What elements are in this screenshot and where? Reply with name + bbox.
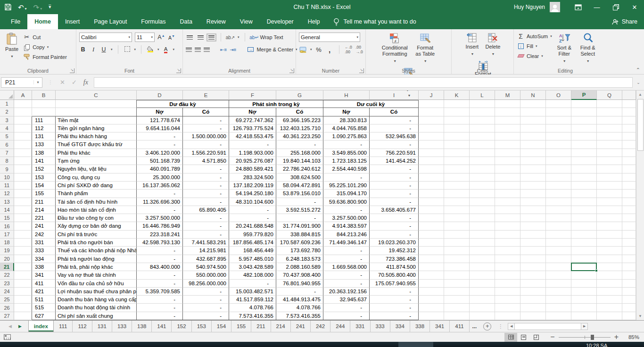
cell[interactable] [470,222,495,230]
cell[interactable] [444,296,470,304]
sheet-tab-112[interactable]: 112 [73,321,92,332]
value-cell[interactable]: 126.793.775.524 [229,124,276,132]
cell[interactable] [495,288,520,296]
sheet-tab-155[interactable]: 155 [231,321,251,332]
cell[interactable] [470,255,495,263]
cell[interactable] [597,280,622,288]
row-header-16[interactable]: 16 [0,222,14,230]
value-cell[interactable]: 41.517.859.112 [229,296,276,304]
cell[interactable] [14,263,32,271]
enter-icon[interactable]: ✓ [72,79,77,86]
italic-button[interactable]: I [90,46,97,53]
account-code-cell[interactable]: 131 [32,132,56,140]
account-code-cell[interactable]: 333 [32,247,56,255]
cell[interactable] [520,271,546,279]
sheet-tab-411[interactable]: 411 [450,321,469,332]
column-header-E[interactable]: E [183,91,229,100]
value-cell[interactable]: 4.078.766 [276,304,323,312]
ribbon-tab-formulas[interactable]: Formulas [134,14,173,29]
cell[interactable] [419,100,444,108]
cell[interactable] [520,304,546,312]
account-code-cell[interactable]: 221 [32,214,56,222]
cell[interactable] [571,100,597,108]
sheet-tab-154[interactable]: 154 [212,321,231,332]
cell[interactable] [571,239,597,247]
cell[interactable] [520,288,546,296]
cell[interactable] [546,198,571,206]
cell[interactable] [622,182,636,190]
cell[interactable] [495,132,520,140]
scroll-down-icon[interactable]: ▼ [636,312,644,320]
selected-cell-P21[interactable] [571,263,597,271]
row-header-7[interactable]: 7 [0,149,14,157]
value-cell[interactable]: 42.598.793.130 [137,239,183,247]
cell[interactable] [470,116,495,124]
cell[interactable] [546,132,571,140]
cell[interactable] [14,214,32,222]
value-cell[interactable]: 6.248.183.573 [276,255,323,263]
value-cell[interactable]: - [183,174,229,182]
row-header-9[interactable]: 9 [0,165,14,173]
sheet-tab-242[interactable]: 242 [311,321,330,332]
row-header-18[interactable]: 18 [0,239,14,247]
row-header-4[interactable]: 4 [0,124,14,132]
cell[interactable] [597,190,622,198]
cell[interactable] [495,222,520,230]
value-cell[interactable]: 40.361.223.250 [276,132,323,140]
value-cell[interactable]: - [137,206,183,214]
wrap-text-button[interactable]: ab↵Wrap Text [250,33,283,42]
sub-header[interactable]: Có [370,108,419,116]
value-cell[interactable]: - [323,312,370,320]
sheet-tab-211[interactable]: 211 [251,321,271,332]
account-code-cell[interactable]: 111 [32,116,56,124]
cell[interactable] [419,255,444,263]
conditional-formatting-button[interactable]: ≠ Conditional Formatting▼ [380,31,410,66]
value-cell[interactable]: - [183,182,229,190]
value-cell[interactable]: 141.454.252 [370,157,419,165]
cell[interactable] [444,149,470,157]
account-code-cell[interactable]: 138 [32,149,56,157]
orientation-icon[interactable]: ab↗ [226,33,234,41]
cell[interactable] [520,182,546,190]
row-header-20[interactable]: 20 [0,255,14,263]
value-cell[interactable]: 3.043.428.589 [229,263,276,271]
cell[interactable] [546,263,571,271]
sheet-tab-331[interactable]: 331 [350,321,370,332]
cell[interactable] [419,140,444,149]
cell[interactable] [622,165,636,173]
cell[interactable] [14,288,32,296]
cell[interactable] [444,190,470,198]
cell[interactable] [444,174,470,182]
account-name-cell[interactable]: Xây dựng cơ bản dở dang [56,222,137,230]
column-header-P[interactable]: P [571,91,597,100]
cell[interactable] [622,132,636,140]
account-code-cell[interactable]: 341 [32,271,56,279]
cell[interactable] [546,312,571,320]
value-cell[interactable]: - [183,116,229,124]
undo-icon[interactable]: ↶▾ [18,4,27,11]
account-name-cell[interactable]: Công cụ, dụng cụ [56,174,137,182]
value-cell[interactable]: 5.957.485.010 [229,255,276,263]
account-code-cell[interactable]: 133 [32,140,56,149]
value-cell[interactable]: 173.692.780 [276,247,323,255]
value-cell[interactable]: - [276,288,323,296]
cell[interactable] [546,149,571,157]
cell[interactable] [470,182,495,190]
cell[interactable] [597,206,622,214]
value-cell[interactable]: - [183,214,229,222]
increase-indent-icon[interactable]: ⇥≡ [230,46,236,53]
cell[interactable] [444,247,470,255]
cell[interactable] [14,255,32,263]
accounting-format-icon[interactable] [299,46,307,53]
account-code-cell[interactable]: 242 [32,231,56,239]
cell[interactable] [419,222,444,230]
cell[interactable] [56,108,137,116]
account-name-cell[interactable]: Tiền gửi ngân hàng [56,124,137,132]
ribbon-tab-view[interactable]: View [233,14,260,29]
cell[interactable] [622,108,636,116]
value-cell[interactable]: 42.418.553.475 [229,132,276,140]
sub-header[interactable]: Có [276,108,323,116]
band-header[interactable]: Dư cuối kỳ [323,100,419,108]
account-name-cell[interactable]: Lợi nhuận sau thuế chưa phân p [56,288,137,296]
cell[interactable] [14,140,32,149]
